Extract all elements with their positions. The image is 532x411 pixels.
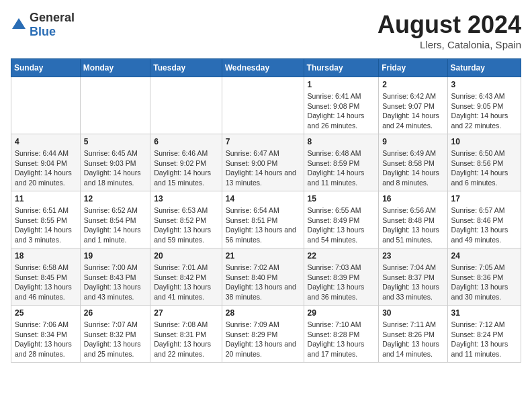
title-block: August 2024 Llers, Catalonia, Spain [378, 11, 521, 50]
week-row-4: 18Sunrise: 6:58 AM Sunset: 8:45 PM Dayli… [11, 248, 521, 306]
calendar-location: Llers, Catalonia, Spain [378, 39, 521, 50]
day-number: 27 [154, 308, 218, 318]
day-info: Sunrise: 6:43 AM Sunset: 9:05 PM Dayligh… [451, 91, 517, 131]
day-info: Sunrise: 6:46 AM Sunset: 9:02 PM Dayligh… [154, 148, 218, 188]
calendar-cell: 20Sunrise: 7:01 AM Sunset: 8:42 PM Dayli… [150, 248, 222, 306]
day-info: Sunrise: 7:05 AM Sunset: 8:36 PM Dayligh… [451, 263, 517, 302]
day-info: Sunrise: 7:03 AM Sunset: 8:39 PM Dayligh… [308, 263, 375, 302]
day-info: Sunrise: 7:00 AM Sunset: 8:43 PM Dayligh… [84, 263, 146, 302]
day-number: 8 [308, 137, 375, 146]
weekday-header-sunday: Sunday [11, 59, 81, 77]
calendar-cell: 22Sunrise: 7:03 AM Sunset: 8:39 PM Dayli… [304, 248, 379, 306]
calendar-cell: 1Sunrise: 6:41 AM Sunset: 9:08 PM Daylig… [304, 77, 379, 134]
day-number: 26 [84, 308, 146, 318]
calendar-cell: 23Sunrise: 7:04 AM Sunset: 8:37 PM Dayli… [379, 248, 447, 306]
day-info: Sunrise: 6:44 AM Sunset: 9:04 PM Dayligh… [15, 148, 77, 188]
day-number: 5 [84, 137, 146, 146]
day-number: 24 [451, 251, 517, 261]
day-number: 20 [154, 251, 218, 261]
calendar-cell: 19Sunrise: 7:00 AM Sunset: 8:43 PM Dayli… [80, 248, 150, 306]
calendar-cell: 31Sunrise: 7:12 AM Sunset: 8:24 PM Dayli… [447, 306, 521, 363]
weekday-header-row: SundayMondayTuesdayWednesdayThursdayFrid… [11, 59, 521, 77]
calendar-cell: 21Sunrise: 7:02 AM Sunset: 8:40 PM Dayli… [222, 248, 304, 306]
day-number: 9 [382, 137, 443, 146]
day-info: Sunrise: 7:04 AM Sunset: 8:37 PM Dayligh… [382, 263, 443, 302]
calendar-body: 1Sunrise: 6:41 AM Sunset: 9:08 PM Daylig… [11, 77, 521, 363]
day-number: 4 [15, 137, 77, 146]
calendar-cell: 13Sunrise: 6:53 AM Sunset: 8:52 PM Dayli… [150, 191, 222, 248]
calendar-cell [222, 77, 304, 134]
logo-blue-text: Blue [30, 25, 56, 38]
logo-general-text: General [30, 11, 75, 24]
day-info: Sunrise: 6:49 AM Sunset: 8:58 PM Dayligh… [382, 148, 443, 188]
day-number: 14 [226, 194, 300, 203]
day-info: Sunrise: 6:55 AM Sunset: 8:49 PM Dayligh… [308, 205, 375, 245]
day-info: Sunrise: 6:41 AM Sunset: 9:08 PM Dayligh… [308, 91, 375, 131]
day-info: Sunrise: 6:51 AM Sunset: 8:55 PM Dayligh… [15, 205, 77, 245]
week-row-2: 4Sunrise: 6:44 AM Sunset: 9:04 PM Daylig… [11, 134, 521, 191]
day-info: Sunrise: 6:54 AM Sunset: 8:51 PM Dayligh… [226, 205, 300, 245]
day-info: Sunrise: 7:02 AM Sunset: 8:40 PM Dayligh… [226, 263, 300, 302]
day-number: 13 [154, 194, 218, 203]
day-info: Sunrise: 6:45 AM Sunset: 9:03 PM Dayligh… [84, 148, 146, 188]
day-info: Sunrise: 6:42 AM Sunset: 9:07 PM Dayligh… [382, 91, 443, 131]
day-number: 18 [15, 251, 77, 261]
weekday-header-tuesday: Tuesday [150, 59, 222, 77]
day-info: Sunrise: 6:52 AM Sunset: 8:54 PM Dayligh… [84, 205, 146, 245]
calendar-cell: 11Sunrise: 6:51 AM Sunset: 8:55 PM Dayli… [11, 191, 81, 248]
calendar-cell: 3Sunrise: 6:43 AM Sunset: 9:05 PM Daylig… [447, 77, 521, 134]
day-number: 1 [308, 80, 375, 89]
day-info: Sunrise: 7:06 AM Sunset: 8:34 PM Dayligh… [15, 320, 77, 359]
calendar-cell: 24Sunrise: 7:05 AM Sunset: 8:36 PM Dayli… [447, 248, 521, 306]
svg-marker-0 [12, 18, 26, 29]
day-number: 22 [308, 251, 375, 261]
day-number: 15 [308, 194, 375, 203]
calendar-cell: 15Sunrise: 6:55 AM Sunset: 8:49 PM Dayli… [304, 191, 379, 248]
weekday-header-wednesday: Wednesday [222, 59, 304, 77]
day-info: Sunrise: 6:48 AM Sunset: 8:59 PM Dayligh… [308, 148, 375, 188]
calendar-cell [150, 77, 222, 134]
calendar-cell: 27Sunrise: 7:08 AM Sunset: 8:31 PM Dayli… [150, 306, 222, 363]
calendar-cell: 12Sunrise: 6:52 AM Sunset: 8:54 PM Dayli… [80, 191, 150, 248]
weekday-header-friday: Friday [379, 59, 447, 77]
calendar-cell [80, 77, 150, 134]
day-number: 30 [382, 308, 443, 318]
day-info: Sunrise: 6:47 AM Sunset: 9:00 PM Dayligh… [226, 148, 300, 188]
day-number: 6 [154, 137, 218, 146]
day-number: 29 [308, 308, 375, 318]
calendar-cell: 10Sunrise: 6:50 AM Sunset: 8:56 PM Dayli… [447, 134, 521, 191]
day-info: Sunrise: 7:07 AM Sunset: 8:32 PM Dayligh… [84, 320, 146, 359]
calendar-cell [11, 77, 81, 134]
day-number: 3 [451, 80, 517, 89]
calendar-cell: 4Sunrise: 6:44 AM Sunset: 9:04 PM Daylig… [11, 134, 81, 191]
day-number: 11 [15, 194, 77, 203]
week-row-3: 11Sunrise: 6:51 AM Sunset: 8:55 PM Dayli… [11, 191, 521, 248]
day-info: Sunrise: 6:50 AM Sunset: 8:56 PM Dayligh… [451, 148, 517, 188]
day-info: Sunrise: 7:09 AM Sunset: 8:29 PM Dayligh… [226, 320, 300, 359]
day-number: 10 [451, 137, 517, 146]
weekday-header-saturday: Saturday [447, 59, 521, 77]
day-info: Sunrise: 7:08 AM Sunset: 8:31 PM Dayligh… [154, 320, 218, 359]
day-number: 7 [226, 137, 300, 146]
day-info: Sunrise: 6:58 AM Sunset: 8:45 PM Dayligh… [15, 263, 77, 302]
calendar-cell: 17Sunrise: 6:57 AM Sunset: 8:46 PM Dayli… [447, 191, 521, 248]
day-number: 2 [382, 80, 443, 89]
calendar-cell: 14Sunrise: 6:54 AM Sunset: 8:51 PM Dayli… [222, 191, 304, 248]
calendar-title: August 2024 [378, 11, 521, 39]
week-row-5: 25Sunrise: 7:06 AM Sunset: 8:34 PM Dayli… [11, 306, 521, 363]
day-number: 23 [382, 251, 443, 261]
logo: General Blue [11, 11, 75, 39]
day-number: 17 [451, 194, 517, 203]
day-info: Sunrise: 7:01 AM Sunset: 8:42 PM Dayligh… [154, 263, 218, 302]
day-number: 28 [226, 308, 300, 318]
calendar-cell: 26Sunrise: 7:07 AM Sunset: 8:32 PM Dayli… [80, 306, 150, 363]
day-info: Sunrise: 6:57 AM Sunset: 8:46 PM Dayligh… [451, 205, 517, 245]
day-number: 21 [226, 251, 300, 261]
weekday-header-monday: Monday [80, 59, 150, 77]
calendar-cell: 2Sunrise: 6:42 AM Sunset: 9:07 PM Daylig… [379, 77, 447, 134]
calendar-header: SundayMondayTuesdayWednesdayThursdayFrid… [11, 59, 521, 77]
calendar-cell: 7Sunrise: 6:47 AM Sunset: 9:00 PM Daylig… [222, 134, 304, 191]
day-number: 25 [15, 308, 77, 318]
calendar-cell: 8Sunrise: 6:48 AM Sunset: 8:59 PM Daylig… [304, 134, 379, 191]
week-row-1: 1Sunrise: 6:41 AM Sunset: 9:08 PM Daylig… [11, 77, 521, 134]
